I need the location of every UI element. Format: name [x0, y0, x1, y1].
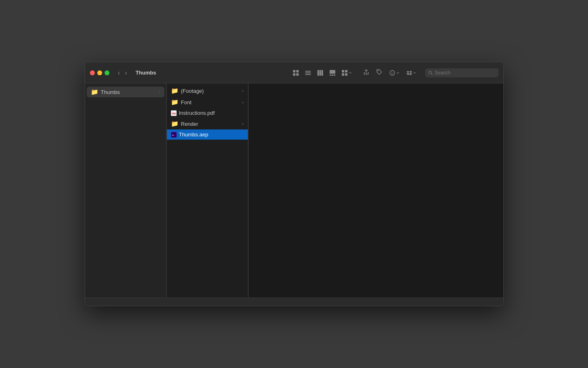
- tag-button[interactable]: [374, 67, 385, 79]
- file-chevron-icon: ›: [242, 100, 243, 105]
- finder-window: ‹ › Thumbs: [85, 62, 504, 306]
- list-icon: [305, 70, 311, 76]
- toolbar: ‹ › Thumbs: [85, 62, 503, 83]
- search-bar: [425, 68, 498, 77]
- svg-text:Ae: Ae: [172, 134, 175, 136]
- svg-rect-11: [330, 74, 331, 76]
- svg-rect-16: [342, 73, 344, 76]
- traffic-lights: [90, 70, 109, 75]
- gallery-icon: [329, 70, 336, 76]
- share-icon: [363, 69, 369, 75]
- bottom-bar: [85, 298, 503, 306]
- svg-point-22: [429, 71, 431, 73]
- sidebar-chevron-icon: ›: [159, 90, 160, 94]
- nav-buttons: ‹ ›: [116, 68, 129, 78]
- search-input[interactable]: [435, 70, 495, 76]
- svg-rect-2: [293, 73, 295, 76]
- list-item[interactable]: 📁 (Footage) ›: [167, 85, 248, 96]
- content-area: 📁 Thumbs › 📁 (Footage) › 📁 Font ›: [85, 83, 503, 298]
- columns-view-button[interactable]: [315, 68, 326, 78]
- svg-rect-10: [330, 70, 335, 74]
- file-name: Thumbs.aep: [179, 131, 244, 138]
- svg-line-23: [431, 73, 433, 74]
- folder-icon: 📁: [91, 88, 98, 96]
- svg-rect-15: [345, 70, 348, 72]
- file-name: Instructions.pdf: [179, 110, 244, 116]
- sidebar-item-label: Thumbs: [101, 89, 157, 95]
- emoji-chevron-icon: [396, 71, 400, 74]
- view-buttons: [290, 68, 354, 78]
- folder-icon: 📁: [171, 99, 179, 106]
- minimize-button[interactable]: [97, 70, 102, 75]
- search-icon: [428, 70, 433, 75]
- columns-icon: [317, 70, 324, 76]
- svg-rect-5: [305, 72, 311, 73]
- pdf-icon: PDF: [171, 110, 177, 116]
- file-column: 📁 (Footage) › 📁 Font › PDF Instructions.…: [167, 83, 248, 298]
- tag-icon: [376, 69, 383, 75]
- file-chevron-icon: ›: [242, 89, 243, 93]
- svg-rect-3: [296, 73, 299, 76]
- svg-rect-4: [305, 71, 311, 72]
- close-button[interactable]: [90, 70, 95, 75]
- icon-view-button[interactable]: [290, 68, 302, 78]
- folder-icon: 📁: [171, 87, 179, 94]
- gallery-view-button[interactable]: [327, 68, 338, 78]
- maximize-button[interactable]: [105, 70, 109, 75]
- folder-icon: 📁: [171, 120, 179, 127]
- preview-pane: [249, 83, 503, 298]
- aep-icon: Ae: [171, 132, 177, 138]
- svg-point-18: [377, 70, 378, 71]
- file-name: Font: [181, 99, 240, 105]
- list-item[interactable]: 📁 Font ›: [167, 96, 248, 108]
- toolbar-actions: [361, 67, 419, 79]
- svg-rect-12: [332, 74, 333, 76]
- list-item[interactable]: 📁 Render ›: [167, 118, 248, 129]
- svg-point-21: [393, 72, 393, 73]
- svg-rect-13: [334, 74, 335, 76]
- svg-rect-9: [321, 70, 323, 76]
- svg-point-20: [391, 72, 392, 73]
- svg-rect-17: [345, 73, 348, 76]
- group-view-button[interactable]: [339, 68, 354, 78]
- dropbox-icon: [407, 70, 412, 76]
- svg-rect-14: [342, 70, 344, 72]
- forward-button[interactable]: ›: [123, 68, 129, 78]
- file-name: Render: [181, 121, 240, 127]
- svg-rect-0: [293, 70, 295, 72]
- svg-rect-6: [305, 74, 311, 75]
- svg-rect-7: [317, 70, 319, 76]
- file-chevron-icon: ›: [242, 122, 243, 126]
- svg-rect-8: [319, 70, 321, 76]
- file-name: (Footage): [181, 88, 240, 94]
- back-button[interactable]: ‹: [116, 68, 122, 78]
- svg-text:PDF: PDF: [172, 112, 176, 115]
- dropbox-chevron-icon: [413, 71, 416, 74]
- list-item[interactable]: PDF Instructions.pdf: [167, 108, 248, 118]
- svg-point-19: [390, 70, 395, 75]
- svg-rect-1: [296, 70, 299, 72]
- sidebar: 📁 Thumbs ›: [85, 83, 166, 298]
- share-button[interactable]: [361, 67, 372, 79]
- list-item[interactable]: Ae Thumbs.aep: [167, 129, 248, 140]
- list-view-button[interactable]: [302, 68, 314, 78]
- emoji-button[interactable]: [387, 68, 402, 78]
- smiley-icon: [389, 70, 396, 76]
- group-chevron-icon: [349, 71, 352, 74]
- grid-icon: [293, 70, 299, 76]
- sidebar-item-thumbs[interactable]: 📁 Thumbs ›: [87, 87, 164, 97]
- window-title: Thumbs: [136, 70, 160, 76]
- dropbox-button[interactable]: [404, 68, 419, 77]
- group-icon: [341, 70, 348, 76]
